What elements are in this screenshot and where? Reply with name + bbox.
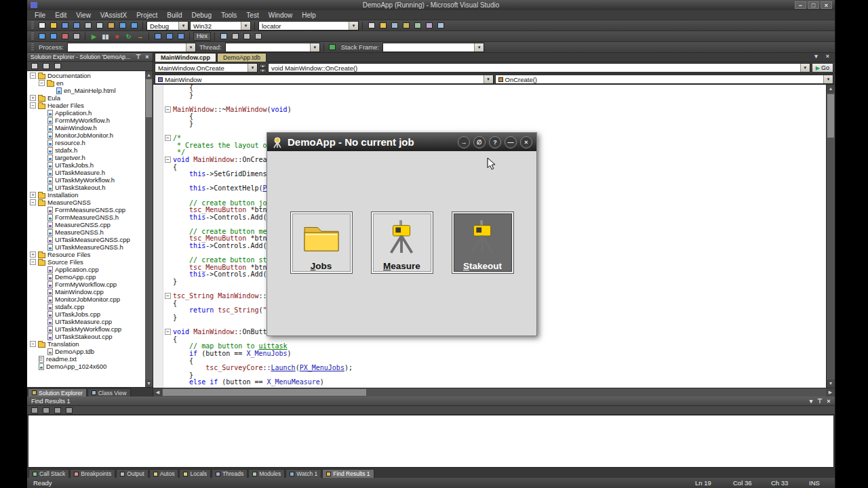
tree-item[interactable]: UITaskMyWorkflow.h <box>27 176 153 184</box>
tree-item[interactable]: DemoApp.tdb <box>27 348 153 355</box>
menu-file[interactable]: File <box>30 11 50 20</box>
menu-project[interactable]: Project <box>132 11 162 20</box>
tree-item[interactable]: DemoApp.cpp <box>27 273 153 281</box>
tree-item[interactable]: UITaskMeasureGNSS.h <box>27 243 153 251</box>
tree-item[interactable]: −Translation <box>27 340 153 348</box>
expand-icon[interactable]: + <box>30 251 36 258</box>
tab-locals[interactable]: Locals <box>179 469 211 478</box>
tree-item[interactable]: +Installation <box>27 191 153 199</box>
toolbar-grip[interactable] <box>31 33 34 41</box>
minimize-icon[interactable]: — <box>505 136 517 148</box>
tree-item[interactable]: +Eula <box>27 94 153 102</box>
window-position-icon[interactable]: ▾ <box>807 397 815 405</box>
va-definition-combo[interactable]: void MainWindow::OnCreate() <box>268 63 810 73</box>
step-into-icon[interactable] <box>153 32 163 41</box>
breakpoints-window-icon[interactable] <box>60 32 70 41</box>
tree-item[interactable]: −Header Files <box>27 102 153 109</box>
show-next-statement-icon[interactable]: → <box>135 32 145 41</box>
tree-item[interactable]: UITaskMeasure.h <box>27 169 153 176</box>
menu-window[interactable]: Window <box>264 11 298 20</box>
tree-item[interactable]: MeasureGNSS.h <box>27 228 153 236</box>
collapse-icon[interactable]: − <box>30 341 36 347</box>
save-icon[interactable] <box>60 21 70 30</box>
tree-item[interactable]: +Resource Files <box>27 251 153 258</box>
tree-item[interactable]: UITaskMeasureGNSS.cpp <box>27 236 153 243</box>
close-document-icon[interactable]: × <box>823 52 833 60</box>
tree-item[interactable]: UITaskJobs.cpp <box>27 310 153 318</box>
memory-window-icon[interactable] <box>230 32 240 41</box>
close-button[interactable]: × <box>821 1 832 9</box>
tree-item[interactable]: en_MainHelp.html <box>27 87 153 94</box>
tree-item[interactable]: −MeasureGNSS <box>27 199 153 206</box>
disassembly-icon[interactable] <box>253 32 263 41</box>
pin-icon[interactable]: ⊤ <box>134 54 142 61</box>
continue-icon[interactable]: ▶ <box>89 32 99 41</box>
menu-vassistx[interactable]: VAssistX <box>96 11 132 20</box>
pin-icon[interactable]: ⊤ <box>816 397 824 405</box>
object-browser-icon[interactable] <box>435 21 446 30</box>
menu-help[interactable]: Help <box>297 11 321 20</box>
tree-item[interactable]: UITaskStakeout.cpp <box>27 333 153 340</box>
stop-debugging-icon[interactable]: ■ <box>112 32 122 41</box>
tab-solution-explorer[interactable]: Solution Explorer <box>28 388 87 396</box>
registers-window-icon[interactable] <box>241 32 252 41</box>
tree-item[interactable]: MonitorJobMonitor.h <box>27 131 153 139</box>
editor-horizontal-scrollbar[interactable]: ◀ ▶ <box>153 388 835 396</box>
paste-icon[interactable] <box>106 21 116 30</box>
collapse-icon[interactable]: − <box>30 199 36 205</box>
menu-edit[interactable]: Edit <box>50 11 71 20</box>
process-combo[interactable] <box>67 43 196 52</box>
navigate-backward-icon[interactable] <box>37 32 47 41</box>
open-file-icon[interactable] <box>48 21 58 30</box>
minimize-button[interactable]: − <box>795 1 806 9</box>
step-out-icon[interactable] <box>176 32 186 41</box>
close-icon[interactable]: × <box>825 397 833 405</box>
fold-collapse-icon[interactable]: − <box>165 329 171 335</box>
scroll-up-icon[interactable]: ▲ <box>145 71 153 79</box>
locator-combo[interactable]: locator <box>258 21 359 30</box>
tree-item[interactable]: MonitorJobMonitor.cpp <box>27 296 153 303</box>
find-results-content[interactable] <box>28 415 834 468</box>
tree-item[interactable]: Application.cpp <box>27 266 153 273</box>
va-down-icon[interactable]: ▼ <box>259 68 267 73</box>
menu-debug[interactable]: Debug <box>187 11 216 20</box>
copy-icon[interactable] <box>94 21 104 30</box>
next-result-icon[interactable] <box>52 406 62 415</box>
clear-results-icon[interactable] <box>64 406 74 415</box>
fold-collapse-icon[interactable]: − <box>165 106 171 113</box>
tree-item[interactable]: UITaskStakeout.h <box>27 184 153 191</box>
hex-display-toggle[interactable]: Hex <box>193 32 211 41</box>
show-all-files-icon[interactable] <box>41 62 51 70</box>
tree-item[interactable]: MainWindow.cpp <box>27 288 153 296</box>
maximize-button[interactable]: □ <box>808 1 819 9</box>
menu-test[interactable]: Test <box>241 11 263 20</box>
tab-find-results-1[interactable]: Find Results 1 <box>322 469 374 478</box>
new-file-icon[interactable] <box>37 21 47 30</box>
va-go-button[interactable]: ▶Go <box>812 63 833 73</box>
collapse-icon[interactable]: − <box>30 73 36 79</box>
solution-explorer-scrollbar[interactable]: ▲ ▼ <box>145 71 153 387</box>
collapse-icon[interactable]: − <box>39 80 45 86</box>
tab-output[interactable]: Output <box>116 469 149 478</box>
scroll-right-icon[interactable]: ▶ <box>826 388 835 396</box>
tree-item[interactable]: MeasureGNSS.cpp <box>27 221 153 228</box>
va-up-icon[interactable]: ▲ <box>259 64 267 68</box>
va-context-combo[interactable]: MainWindow.OnCreate <box>155 63 258 73</box>
tree-item[interactable]: MainWindow.h <box>27 124 153 131</box>
scroll-up-icon[interactable]: ▲ <box>827 85 835 93</box>
tree-item[interactable]: DemoApp_1024x600 <box>27 363 153 370</box>
scroll-down-icon[interactable]: ▼ <box>827 380 835 388</box>
find-icon[interactable] <box>366 21 376 30</box>
tab-breakpoints[interactable]: Breakpoints <box>70 469 115 478</box>
tree-item[interactable]: UITaskMyWorkflow.cpp <box>27 325 153 333</box>
tree-item[interactable]: Application.h <box>27 109 153 117</box>
toolbox-icon[interactable] <box>424 21 434 30</box>
tab-threads[interactable]: Threads <box>212 469 248 478</box>
document-list-icon[interactable]: ▾ <box>811 52 821 60</box>
tree-item[interactable]: FormMeasureGNSS.h <box>27 214 153 221</box>
tab-class-view[interactable]: Class View <box>87 388 131 396</box>
debug-configuration-combo[interactable]: Debug <box>146 21 189 30</box>
tab-watch-1[interactable]: Watch 1 <box>285 469 321 478</box>
tree-item[interactable]: UITaskJobs.h <box>27 161 153 169</box>
tab-call-stack[interactable]: Call Stack <box>28 469 69 478</box>
